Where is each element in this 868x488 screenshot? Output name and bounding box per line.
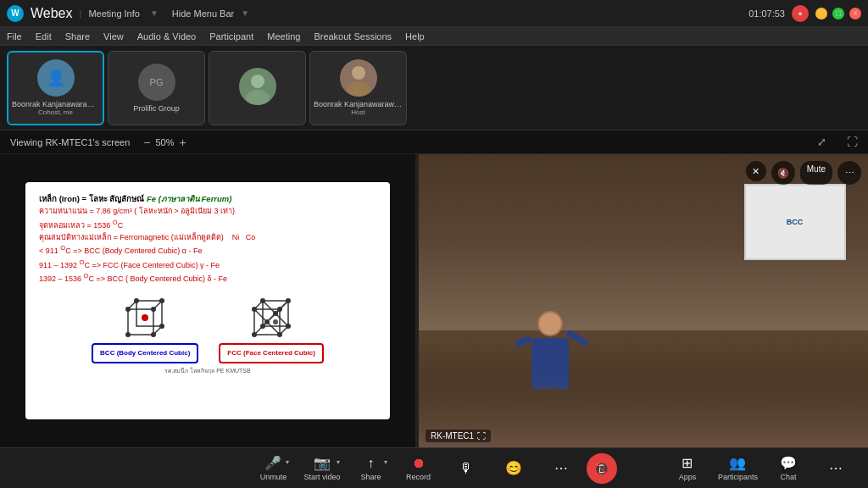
end-call-button[interactable]: 📵 <box>587 453 617 484</box>
zoom-in-btn[interactable]: + <box>180 136 186 149</box>
participant-role-4: Host <box>351 108 364 116</box>
mic-icon: 🎤 <box>264 455 281 471</box>
meeting-info-link[interactable]: Meeting Info <box>88 8 140 19</box>
fit-screen-btn[interactable]: ⤢ <box>817 136 826 148</box>
menu-view[interactable]: View <box>103 31 124 42</box>
phone-icon: 📵 <box>594 462 609 475</box>
participants-icon: 👥 <box>729 455 746 471</box>
more-options-video-btn[interactable]: ⋯ <box>837 161 861 185</box>
start-video-button[interactable]: 📷 Start video ▾ <box>298 452 345 485</box>
slide-line2: จุดหลอมเหลว = 1536 OC <box>39 218 376 231</box>
slide-line1: ความหนาแน่น = 7.86 g/cm³ ( โลหะหนัก > อล… <box>39 205 376 217</box>
video-participant-name: RK-MTEC1 <box>431 431 474 441</box>
svg-point-9 <box>125 307 131 312</box>
menu-file[interactable]: File <box>7 31 22 42</box>
share-chevron[interactable]: ▾ <box>380 457 392 469</box>
clock: 01:07:53 <box>748 8 785 19</box>
slide-line3: คุณสมบัติทางแม่เหล็ก = Ferromagnetic (แม… <box>39 231 376 243</box>
titlebar-right: 01:07:53 ● − □ × <box>748 5 861 22</box>
menu-audio-video[interactable]: Audio & Video <box>137 31 197 42</box>
svg-point-1 <box>246 90 270 105</box>
hide-menu-btn[interactable]: Hide Menu Bar <box>172 8 234 19</box>
participants-button[interactable]: 👥 Participants <box>713 452 763 485</box>
titlebar-left: W Webex | Meeting Info ▼ Hide Menu Bar ▼ <box>7 5 249 22</box>
menu-breakout[interactable]: Breakout Sessions <box>314 31 392 42</box>
audio-icon: 🎙 <box>459 461 473 476</box>
minimize-btn[interactable]: − <box>815 8 827 19</box>
chat-button[interactable]: 💬 Chat <box>766 452 810 485</box>
share-button[interactable]: ↑ Share ▾ <box>349 452 393 485</box>
svg-point-33 <box>260 324 265 329</box>
more-right-icon: ⋯ <box>829 460 843 476</box>
fcc-diagram: FCC (Face Centered Cubic) <box>219 292 324 363</box>
unmute-button[interactable]: 🎤 Unmute ▾ <box>251 452 295 485</box>
svg-point-31 <box>286 298 291 303</box>
participant-tile-3[interactable] <box>209 51 306 125</box>
close-btn[interactable]: × <box>849 8 861 19</box>
apps-icon: ⊞ <box>682 455 693 471</box>
video-area: BCC RK-MTEC1 ⛶ ✕ 🔇 Mute ⋯ <box>419 154 868 447</box>
bcc-label: BCC (Body Centered Cubic) <box>92 343 198 363</box>
reactions-button[interactable]: 😊 <box>492 452 536 485</box>
camera-icon: 📷 <box>314 455 331 471</box>
svg-point-26 <box>252 307 257 312</box>
video-top-controls: ✕ 🔇 Mute ⋯ <box>746 161 861 185</box>
slide-area: เหล็ก (Iron) = โลหะ สัญลักษณ์ Fe (ภาษาลา… <box>0 154 415 447</box>
svg-point-0 <box>251 75 264 88</box>
menu-meeting[interactable]: Meeting <box>267 31 300 42</box>
svg-point-30 <box>260 298 265 303</box>
fullscreen-btn[interactable]: ⛶ <box>847 136 858 148</box>
menu-participant[interactable]: Participant <box>209 31 253 42</box>
lecturer-figure <box>531 311 569 389</box>
svg-point-2 <box>352 66 365 80</box>
record-button[interactable]: ⏺ Record <box>397 452 441 485</box>
participant-tile-4[interactable]: Boonrak Kanjanawarawan... Host <box>309 51 407 125</box>
toolbar-more-right-btn[interactable]: ⋯ <box>814 452 858 485</box>
mute-icon: 🔇 <box>777 168 789 179</box>
video-label: RK-MTEC1 ⛶ <box>426 430 491 442</box>
viewing-label: Viewing RK-MTEC1's screen <box>10 137 130 147</box>
menubar: File Edit Share View Audio & Video Parti… <box>0 27 868 46</box>
emoji-icon: 😊 <box>505 460 522 476</box>
menu-help[interactable]: Help <box>405 31 425 42</box>
participants-wrapper: 👤 Boonrak Kanjanawarawan... Cohost, me P… <box>7 51 861 125</box>
zoom-controls: − 50% + <box>143 136 186 149</box>
unmute-chevron[interactable]: ▾ <box>281 457 293 469</box>
svg-point-34 <box>264 319 270 324</box>
status-indicator: ● <box>792 5 809 22</box>
app-name: Webex <box>31 6 73 21</box>
svg-point-28 <box>252 332 257 337</box>
participant-name-2: Prolific Group <box>108 104 204 113</box>
svg-point-15 <box>159 324 164 329</box>
menu-share[interactable]: Share <box>65 31 90 42</box>
video-close-btn[interactable]: ✕ <box>746 161 766 181</box>
participant-tile-1[interactable]: 👤 Boonrak Kanjanawarawan... Cohost, me <box>7 51 104 125</box>
unmute-label: Unmute <box>260 473 287 481</box>
tiles-row: 👤 Boonrak Kanjanawarawan... Cohost, me P… <box>7 51 407 125</box>
participant-tile-2[interactable]: PG Prolific Group <box>108 51 205 125</box>
toolbar-right: ⊞ Apps 👥 Participants 💬 Chat ⋯ <box>665 452 858 485</box>
mute-video-btn[interactable]: 🔇 <box>771 161 795 185</box>
restore-btn[interactable]: □ <box>832 8 844 19</box>
slide-footer: รศ.สมนึก โลหกิจกุล PE KMUTSB <box>39 367 376 376</box>
record-label: Record <box>406 473 431 481</box>
slide-content: เหล็ก (Iron) = โลหะ สัญลักษณ์ Fe (ภาษาลา… <box>25 182 390 385</box>
apps-label: Apps <box>679 473 697 481</box>
menu-edit[interactable]: Edit <box>36 31 52 42</box>
expand-icon: ⛶ <box>477 431 486 441</box>
svg-point-12 <box>151 332 156 337</box>
audio-level-button[interactable]: 🎙 <box>444 452 488 485</box>
apps-button[interactable]: ⊞ Apps <box>665 452 709 485</box>
zoom-out-btn[interactable]: − <box>143 136 150 149</box>
window-controls[interactable]: − □ × <box>815 8 861 19</box>
start-video-label: Start video <box>303 473 340 481</box>
participant-role-1: Cohost, me <box>38 108 73 116</box>
more-button[interactable]: ⋯ <box>539 452 583 485</box>
participants-label: Participants <box>718 473 758 481</box>
avatar-1: 👤 <box>37 59 75 97</box>
svg-point-29 <box>277 332 282 337</box>
bcc-svg <box>120 292 170 343</box>
mute-label-btn[interactable]: Mute <box>800 161 832 185</box>
video-chevron[interactable]: ▾ <box>332 457 344 469</box>
svg-point-16 <box>142 314 148 321</box>
